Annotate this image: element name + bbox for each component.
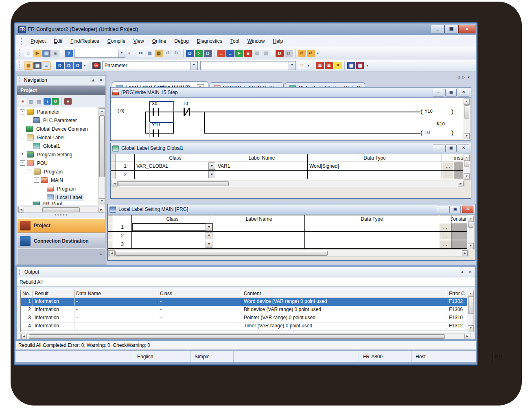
combobox-dropdown-icon[interactable]: ▼ xyxy=(289,61,296,70)
label-name-cell[interactable] xyxy=(213,232,305,240)
overflow-chevron-icon[interactable]: ▾ xyxy=(128,51,130,55)
paste-icon[interactable]: ▤ xyxy=(155,50,163,57)
class-cell[interactable]: ▼ xyxy=(132,232,213,240)
save-project-icon[interactable]: ▤ xyxy=(42,50,50,57)
output-row[interactable]: 3Information--Pointer (VAR range) 0 poin… xyxy=(21,314,471,322)
menu-findreplace[interactable]: Find/Replace xyxy=(66,37,103,46)
tree-item-pou[interactable]: -POU xyxy=(18,159,98,167)
tree-item-main[interactable]: -MAIN xyxy=(18,176,98,184)
close-button[interactable]: x xyxy=(458,25,475,33)
device-find-icon[interactable]: D xyxy=(56,62,64,69)
output-col-result[interactable]: Result xyxy=(33,290,74,298)
find-binoculars-icon[interactable]: ⛔ xyxy=(92,62,101,69)
data-type-cell[interactable] xyxy=(305,232,439,240)
tree-item-fb-pool[interactable]: FB_Pool xyxy=(18,202,98,205)
find-start-icon[interactable]: ▸ xyxy=(235,50,243,57)
combobox-dropdown-icon[interactable]: ▼ xyxy=(118,49,125,57)
ladder-minimize-button[interactable]: – xyxy=(433,89,444,96)
tree-item-global-device-commen[interactable]: Global Device Commen xyxy=(18,125,98,133)
sort-icon[interactable]: ▾ xyxy=(64,98,72,105)
tree-item-global-label[interactable]: -Global Label xyxy=(18,133,98,142)
tree-item-global1[interactable]: Global1 xyxy=(18,142,98,150)
tree-item-program[interactable]: Program xyxy=(18,184,98,193)
dev-off-icon[interactable]: D xyxy=(285,50,293,57)
local-restore-button[interactable]: ▣ xyxy=(449,206,461,213)
tree-item-program-setting[interactable]: +Program Setting xyxy=(18,150,98,159)
empty-combobox[interactable]: ▼ xyxy=(200,61,296,70)
menu-help[interactable]: Help xyxy=(269,37,287,46)
menu-diagnostics[interactable]: Diagnostics xyxy=(193,37,226,46)
output-col-dataname[interactable]: Data Name xyxy=(74,290,158,298)
menu-window[interactable]: Window xyxy=(243,37,269,46)
global-restore-button[interactable]: ▣ xyxy=(445,145,457,152)
class-cell[interactable]: ▼ xyxy=(135,171,216,179)
step-disabled-icon[interactable]: ▥ xyxy=(253,50,261,57)
local-close-button[interactable]: ✕ xyxy=(462,206,473,213)
local-hscrollbar[interactable]: ◀ ▶ xyxy=(108,250,469,257)
minimize-button[interactable]: _ xyxy=(431,25,444,33)
overflow-chevron-icon[interactable]: ▾ xyxy=(366,64,368,68)
class-dropdown-icon[interactable]: ▼ xyxy=(206,224,212,231)
tree-item-local-label[interactable]: Local Label xyxy=(18,193,98,202)
output-col-content[interactable]: Content xyxy=(242,290,447,298)
copy-data-icon[interactable]: ▥ xyxy=(27,98,35,105)
more-buttons-chevron[interactable]: » xyxy=(99,252,102,257)
global-vscrollbar[interactable]: ▲ ▼ xyxy=(463,154,471,180)
browse-button[interactable]: ... xyxy=(442,162,454,171)
menu-project[interactable]: Project xyxy=(26,37,50,46)
class-cell[interactable]: VAR_GLOBAL▼ xyxy=(135,162,216,171)
output-row[interactable]: 2Information--Bit device (VAR range) 0 p… xyxy=(21,306,471,314)
device-list-icon[interactable]: D xyxy=(65,62,73,69)
browse-button[interactable]: ... xyxy=(439,223,451,232)
tree-item-program[interactable]: -Program xyxy=(18,167,98,176)
output-vscrollbar[interactable]: ▲ ▼ xyxy=(467,290,474,332)
parameter-combobox[interactable]: Parameter▼ xyxy=(102,61,198,70)
label-name-cell[interactable] xyxy=(213,223,305,232)
copy-icon[interactable]: ▥ xyxy=(146,50,154,57)
print-icon[interactable]: ≡ xyxy=(51,50,59,57)
device-display-icon[interactable]: D xyxy=(74,62,82,69)
label-name-cell[interactable] xyxy=(213,240,305,249)
data-type-cell[interactable] xyxy=(305,223,439,232)
overflow-chevron-icon[interactable]: ▾ xyxy=(308,64,310,68)
module-config-icon[interactable]: ▣ xyxy=(33,62,42,69)
pin-icon[interactable]: ▲ xyxy=(90,77,96,83)
class-dropdown-icon[interactable]: ▼ xyxy=(206,241,212,248)
label-name-cell[interactable] xyxy=(216,171,308,179)
device-read-icon[interactable]: D xyxy=(186,50,194,57)
row-selector-cell[interactable] xyxy=(111,171,116,179)
refresh-icon[interactable]: ↻ xyxy=(52,98,59,105)
class-cell[interactable]: ▼ xyxy=(132,240,213,249)
pause-disabled-icon[interactable]: ▥ xyxy=(262,50,270,57)
new-data-icon[interactable]: + xyxy=(19,98,26,105)
navigation-toggle-icon[interactable]: ▦ xyxy=(24,62,33,69)
ladder-restore-button[interactable]: ▣ xyxy=(445,89,457,96)
overflow-chevron-icon[interactable]: ▾ xyxy=(317,51,319,55)
menu-edit[interactable]: Edit xyxy=(50,37,66,46)
insert-row-icon[interactable]: ≣ xyxy=(316,62,324,69)
output-col-errorc[interactable]: Error C xyxy=(447,290,470,298)
tree-item-plc-parameter[interactable]: PLC Parameter xyxy=(18,116,98,125)
device-write-icon[interactable]: D xyxy=(204,50,212,57)
cut-icon[interactable]: ✂ xyxy=(137,50,145,57)
overflow-chevron-icon[interactable]: ▾ xyxy=(84,64,86,68)
local-window-titlebar[interactable]: Local Label Setting MAIN [PRG] – ▣ ✕ xyxy=(108,204,475,215)
open-project-icon[interactable]: ▶ xyxy=(33,50,42,57)
collapse-icon[interactable]: - xyxy=(20,135,25,140)
class-dropdown-icon[interactable]: ▼ xyxy=(208,171,215,178)
output-row[interactable]: 1Information--Word device (VAR range) 0 … xyxy=(21,298,471,306)
ladder-close-button[interactable]: ✕ xyxy=(458,89,469,96)
global-minimize-button[interactable]: – xyxy=(433,145,444,152)
monitor-icon[interactable]: > xyxy=(195,50,203,57)
splitter-dots[interactable]: ●●●●● xyxy=(17,213,105,217)
row-selector-cell[interactable] xyxy=(108,240,113,249)
nav-close-icon[interactable]: ✕ xyxy=(98,77,104,83)
browse-button[interactable]: ... xyxy=(439,232,451,240)
output-close-icon[interactable]: ✕ xyxy=(467,269,473,275)
output-hscrollbar[interactable]: ◀ ▶ xyxy=(20,333,471,339)
local-minimize-button[interactable]: – xyxy=(437,206,448,213)
collapse-icon[interactable]: - xyxy=(20,109,25,114)
browse-button[interactable]: ... xyxy=(442,171,454,179)
global-window-titlebar[interactable]: Global Label Setting Global1 – ▣ ✕ xyxy=(111,143,471,153)
output-pin-icon[interactable]: ▲ xyxy=(459,269,466,275)
